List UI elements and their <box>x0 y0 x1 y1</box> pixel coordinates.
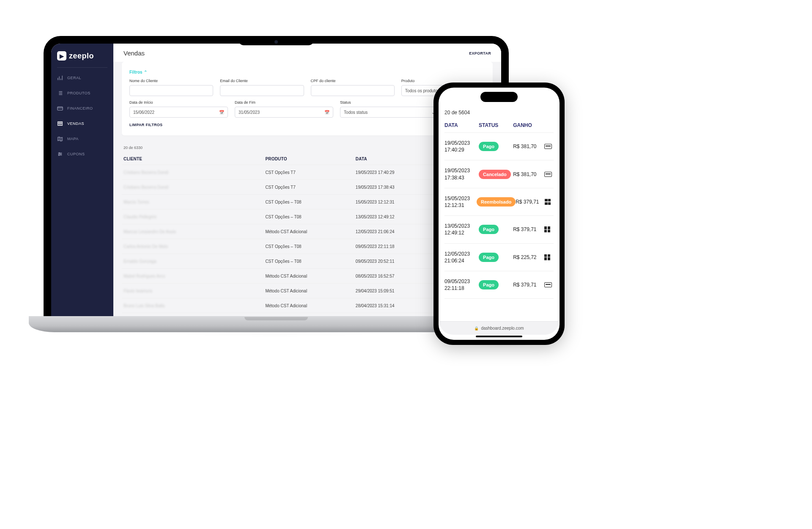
cell-cliente: Carlos Antonio De Melo <box>123 244 265 249</box>
logo-icon: ▶ <box>57 51 66 61</box>
mobile-table-row[interactable]: 13/05/202312:49:12PagoR$ 379,71 <box>444 216 554 243</box>
chevron-up-icon: ⌃ <box>144 70 147 74</box>
svg-rect-0 <box>58 107 63 110</box>
sidebar-item-label: MAPA <box>67 137 79 141</box>
sidebar-item-produtos[interactable]: PRODUTOS <box>51 85 113 101</box>
mobile-url-bar: 🔒 dashboard.zeeplo.com <box>439 321 559 335</box>
cell-data: 29/04/2023 15:09:51 <box>356 289 439 293</box>
limpar-filtros-button[interactable]: LIMPAR FILTROS <box>129 123 162 127</box>
cell-data: 13/05/2023 12:49:12 <box>356 215 439 219</box>
sidebar-item-label: GERAL <box>67 76 81 80</box>
mobile-table-row[interactable]: 09/05/202322:11:18PagoR$ 379,71 <box>444 271 554 299</box>
bar-chart-icon <box>57 75 63 81</box>
mobile-col-ganho[interactable]: GANHO <box>513 122 544 128</box>
inicio-input[interactable]: 15/06/2022 📅 <box>129 107 228 118</box>
sidebar-item-label: FINANCEIRO <box>67 106 93 110</box>
mobile-cell-method <box>544 144 554 149</box>
status-select[interactable]: Todos status ⌄ <box>340 107 439 118</box>
mobile-table-row[interactable]: 19/05/202317:40:29PagoR$ 381,70 <box>444 133 554 160</box>
list-icon <box>57 90 63 96</box>
export-button[interactable]: EXPORTAR <box>469 51 491 55</box>
sidebar-item-label: CUPONS <box>67 152 85 156</box>
fim-input[interactable]: 31/05/2023 📅 <box>235 107 333 118</box>
cell-cliente: Cristiano Bezerra Dondi <box>123 170 265 175</box>
cell-cliente: Flavio Iwamura <box>123 289 265 293</box>
mobile-col-status[interactable]: STATUS <box>479 122 513 128</box>
cpf-input[interactable] <box>311 85 395 96</box>
calendar-icon: 📅 <box>324 110 329 115</box>
cell-cliente: Bruno Luis Silva Balla <box>123 303 265 308</box>
mobile-table-row[interactable]: 12/05/202321:06:24PagoR$ 225,72 <box>444 244 554 271</box>
status-badge: Pago <box>479 225 499 234</box>
mobile-cell-data: 19/05/202317:40:29 <box>444 140 479 153</box>
mobile-cell-ganho: R$ 379,71 <box>513 282 544 288</box>
qr-code-icon <box>544 226 550 232</box>
mobile-cell-data: 09/05/202322:11:18 <box>444 278 479 292</box>
fim-value: 31/05/2023 <box>239 110 260 115</box>
mobile-cell-ganho: R$ 381,70 <box>513 143 544 149</box>
email-input[interactable] <box>220 85 304 96</box>
cell-data: 08/05/2023 16:52:57 <box>356 274 439 278</box>
map-icon <box>57 136 63 142</box>
qr-code-icon <box>544 254 550 260</box>
qr-code-icon <box>545 199 551 205</box>
mobile-cell-method <box>544 226 554 232</box>
sidebar-item-label: VENDAS <box>67 121 84 126</box>
mobile-col-data[interactable]: DATA <box>444 122 479 128</box>
cell-produto: CST Opções – T08 <box>265 215 355 219</box>
inicio-label: Data de Início <box>129 100 228 105</box>
cell-produto: Método CST Adicional <box>265 289 355 293</box>
page-title: Vendas <box>123 50 145 57</box>
status-value: Todos status <box>344 110 368 115</box>
cell-data: 19/05/2023 17:40:29 <box>356 170 439 175</box>
col-data[interactable]: DATA <box>356 157 439 161</box>
status-label: Status <box>340 100 439 105</box>
status-badge: Pago <box>479 142 499 151</box>
cell-data: 09/05/2023 20:52:11 <box>356 259 439 264</box>
phone-mockup: 20 de 5604 DATA STATUS GANHO 19/05/20231… <box>433 83 565 345</box>
cell-produto: CST Opções T7 <box>265 185 355 190</box>
nome-input[interactable] <box>129 85 213 96</box>
mobile-cell-method <box>544 172 554 177</box>
sidebar-item-vendas[interactable]: VENDAS <box>51 116 113 131</box>
sidebar-item-geral[interactable]: GERAL <box>51 70 113 85</box>
sidebar-item-mapa[interactable]: MAPA <box>51 131 113 146</box>
sidebar-item-cupons[interactable]: CUPONS <box>51 146 113 162</box>
mobile-table-row[interactable]: 15/05/202312:12:31ReembolsadoR$ 379,71 <box>444 188 554 216</box>
mobile-table-row[interactable]: 19/05/202317:38:43CanceladoR$ 381,70 <box>444 160 554 188</box>
sliders-icon <box>57 151 63 157</box>
credit-card-icon <box>544 144 552 149</box>
filters-toggle[interactable]: Filtros ⌃ <box>129 70 147 74</box>
cell-data: 12/05/2023 21:06:24 <box>356 229 439 234</box>
mobile-cell-method <box>544 254 554 260</box>
nome-label: Nome do Cliente <box>129 79 213 83</box>
mobile-cell-ganho: R$ 379,71 <box>513 226 544 232</box>
credit-card-icon <box>544 282 552 287</box>
email-label: Email do Cliente <box>220 79 304 83</box>
col-produto[interactable]: PRODUTO <box>265 157 355 161</box>
card-icon <box>57 105 63 111</box>
col-cliente[interactable]: CLIENTE <box>123 157 265 161</box>
cell-data: 28/04/2023 15:31:14 <box>356 303 439 308</box>
cell-data: 15/05/2023 12:12:31 <box>356 200 439 204</box>
cell-produto: Método CST Adicional <box>265 303 355 308</box>
cpf-label: CPF do cliente <box>311 79 395 83</box>
mobile-cell-method <box>544 282 554 287</box>
cell-produto: Método CST Adicional <box>265 274 355 278</box>
cell-cliente: Mabel Rodrigues Arco <box>123 274 265 278</box>
cell-produto: Método CST Adicional <box>265 229 355 234</box>
mobile-cell-data: 13/05/202312:49:12 <box>444 223 479 236</box>
status-badge: Reembolsado <box>477 197 516 207</box>
cell-produto: CST Opções – T08 <box>265 200 355 204</box>
cell-cliente: Claudio Pellegrini <box>123 215 265 219</box>
sidebar-item-financeiro[interactable]: FINANCEIRO <box>51 101 113 116</box>
mobile-cell-data: 19/05/202317:38:43 <box>444 167 479 181</box>
lock-icon: 🔒 <box>474 326 479 331</box>
inicio-value: 15/06/2022 <box>133 110 154 115</box>
fim-label: Data de Fim <box>235 100 333 105</box>
calendar-icon: 📅 <box>219 110 224 115</box>
mobile-cell-ganho: R$ 379,71 <box>516 199 545 205</box>
logo: ▶ zeeplo <box>51 49 113 66</box>
cell-produto: CST Opções – T08 <box>265 259 355 264</box>
cell-data: 19/05/2023 17:38:43 <box>356 185 439 190</box>
